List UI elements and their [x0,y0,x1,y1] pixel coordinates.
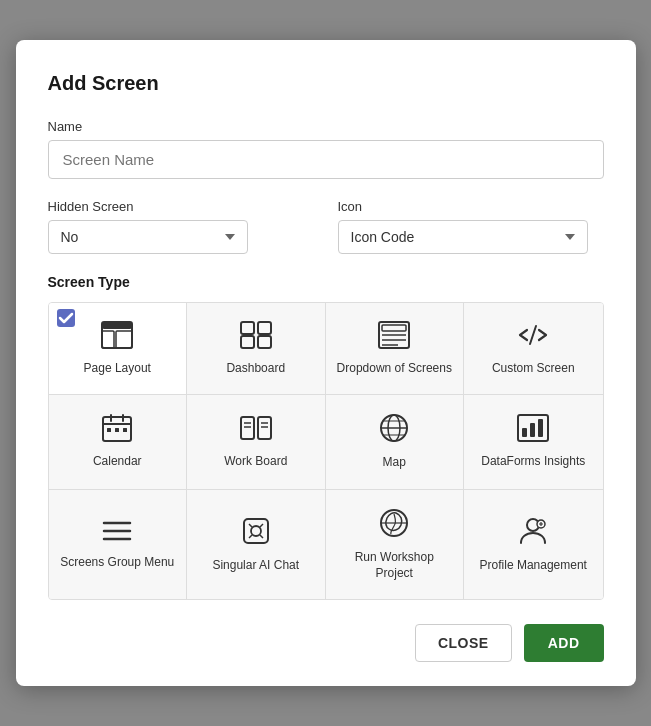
screens-group-menu-icon [102,519,132,547]
modal-title: Add Screen [48,72,604,95]
svg-rect-8 [258,336,271,348]
svg-line-43 [260,524,263,527]
svg-rect-6 [258,322,271,334]
map-icon [379,413,409,447]
hidden-screen-label: Hidden Screen [48,199,314,214]
hidden-screen-field: Hidden Screen No Yes [48,199,314,254]
screen-type-calendar[interactable]: Calendar [49,395,188,490]
run-workshop-project-icon [379,508,409,542]
close-button[interactable]: CLOSE [415,624,512,662]
page-layout-label: Page Layout [84,361,151,377]
svg-rect-34 [522,428,527,437]
screen-name-input[interactable] [48,140,604,179]
svg-rect-22 [241,417,254,439]
add-screen-modal: Add Screen Name Hidden Screen No Yes Ico… [16,40,636,686]
svg-rect-3 [102,331,114,348]
screen-type-dataforms-insights[interactable]: DataForms Insights [464,395,603,490]
svg-line-44 [249,535,252,538]
svg-rect-2 [102,322,132,329]
screen-type-custom-screen[interactable]: Custom Screen [464,303,603,396]
svg-line-42 [249,524,252,527]
singular-ai-chat-label: Singular AI Chat [212,558,299,574]
screen-type-dashboard[interactable]: Dashboard [187,303,326,396]
screen-type-map[interactable]: Map [326,395,465,490]
calendar-label: Calendar [93,454,142,470]
profile-management-label: Profile Management [480,558,587,574]
dataforms-insights-icon [517,414,549,446]
screens-group-menu-label: Screens Group Menu [60,555,174,571]
svg-line-14 [530,326,536,344]
screen-type-label: Screen Type [48,274,604,290]
name-label: Name [48,119,604,134]
screen-type-grid: Page Layout Dashboard [48,302,604,600]
page-layout-icon [101,321,133,353]
work-board-icon [240,414,272,446]
profile-management-icon [517,516,549,550]
modal-overlay: Add Screen Name Hidden Screen No Yes Ico… [0,0,651,726]
singular-ai-chat-icon [241,516,271,550]
svg-rect-19 [107,428,111,432]
svg-rect-21 [123,428,127,432]
work-board-label: Work Board [224,454,287,470]
icon-label: Icon [338,199,604,214]
custom-screen-label: Custom Screen [492,361,575,377]
svg-rect-36 [538,419,543,437]
custom-screen-icon [517,321,549,353]
svg-rect-35 [530,423,535,437]
icon-select[interactable]: Icon Code [338,220,588,254]
svg-rect-40 [244,519,268,543]
calendar-icon [102,414,132,446]
svg-rect-5 [241,322,254,334]
svg-rect-10 [382,325,406,331]
svg-rect-4 [116,331,132,348]
screen-type-singular-ai-chat[interactable]: Singular AI Chat [187,490,326,599]
screen-type-run-workshop-project[interactable]: Run Workshop Project [326,490,465,599]
dashboard-label: Dashboard [226,361,285,377]
add-button[interactable]: ADD [524,624,604,662]
selected-check-icon [57,309,75,327]
map-label: Map [383,455,406,471]
screen-type-dropdown-of-screens[interactable]: Dropdown of Screens [326,303,465,396]
dashboard-icon [240,321,272,353]
run-workshop-project-label: Run Workshop Project [336,550,454,581]
svg-rect-7 [241,336,254,348]
svg-line-45 [260,535,263,538]
svg-point-41 [251,526,261,536]
screen-type-profile-management[interactable]: Profile Management [464,490,603,599]
dropdown-of-screens-label: Dropdown of Screens [337,361,452,377]
modal-footer: CLOSE ADD [48,624,604,662]
icon-field: Icon Icon Code [338,199,604,254]
dropdown-of-screens-icon [378,321,410,353]
dataforms-insights-label: DataForms Insights [481,454,585,470]
screen-type-screens-group-menu[interactable]: Screens Group Menu [49,490,188,599]
svg-rect-23 [258,417,271,439]
screen-type-page-layout[interactable]: Page Layout [49,303,188,396]
hidden-screen-select[interactable]: No Yes [48,220,248,254]
screen-type-work-board[interactable]: Work Board [187,395,326,490]
svg-rect-20 [115,428,119,432]
